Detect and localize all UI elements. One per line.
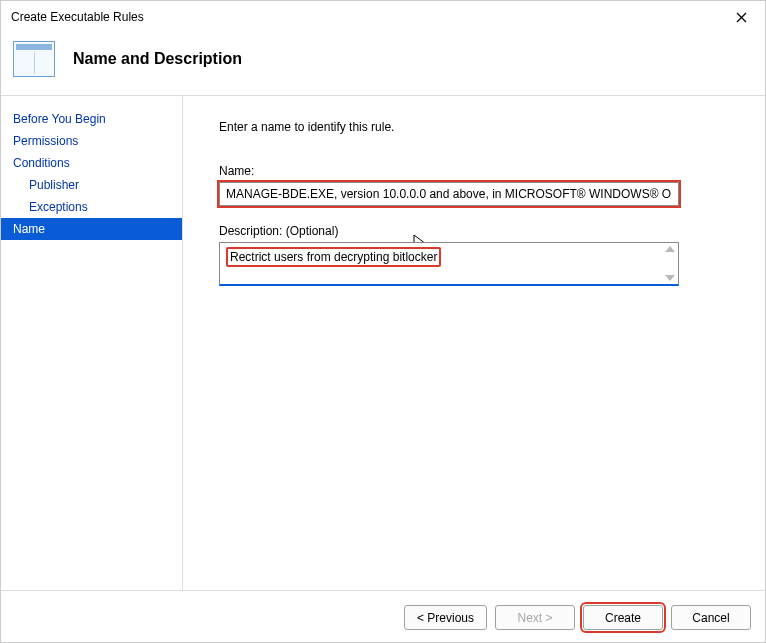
sidebar-item-name[interactable]: Name <box>1 218 182 240</box>
sidebar-item-before-you-begin[interactable]: Before You Begin <box>1 108 182 130</box>
sidebar-item-permissions[interactable]: Permissions <box>1 130 182 152</box>
chevron-down-icon <box>665 275 675 281</box>
sidebar-item-publisher[interactable]: Publisher <box>1 174 182 196</box>
window-title: Create Executable Rules <box>11 10 144 24</box>
titlebar: Create Executable Rules <box>1 1 765 31</box>
close-button[interactable] <box>727 7 755 27</box>
wizard-steps-sidebar: Before You BeginPermissionsConditionsPub… <box>1 96 183 590</box>
wizard-footer: < Previous Next > Create Cancel <box>1 590 765 643</box>
sidebar-item-exceptions[interactable]: Exceptions <box>1 196 182 218</box>
create-button[interactable]: Create <box>583 605 663 630</box>
description-input[interactable]: Rectrict users from decrypting bitlocker <box>219 242 679 286</box>
page-title: Name and Description <box>73 50 242 68</box>
wizard-icon <box>13 41 55 77</box>
name-label: Name: <box>219 164 725 178</box>
scroll-arrows[interactable] <box>663 245 676 282</box>
wizard-header: Name and Description <box>1 31 765 95</box>
sidebar-item-conditions[interactable]: Conditions <box>1 152 182 174</box>
previous-button[interactable]: < Previous <box>404 605 487 630</box>
close-icon <box>736 12 747 23</box>
name-input[interactable] <box>219 182 679 206</box>
main-pane: Enter a name to identify this rule. Name… <box>183 96 765 590</box>
description-text: Rectrict users from decrypting bitlocker <box>226 247 441 267</box>
description-label: Description: (Optional) <box>219 224 725 238</box>
intro-text: Enter a name to identify this rule. <box>219 120 725 134</box>
chevron-up-icon <box>665 246 675 252</box>
cancel-button[interactable]: Cancel <box>671 605 751 630</box>
next-button: Next > <box>495 605 575 630</box>
